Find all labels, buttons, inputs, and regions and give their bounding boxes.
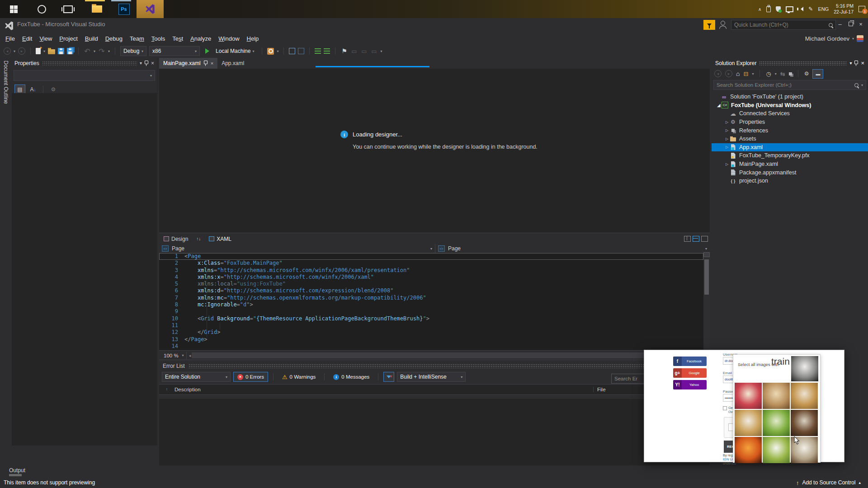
vertical-split-icon[interactable] bbox=[684, 236, 691, 242]
solution-explorer-search-input[interactable]: Search Solution Explorer (Ctrl+;) ▾ bbox=[713, 80, 866, 90]
menu-window[interactable]: Window bbox=[215, 35, 243, 42]
platform-dropdown[interactable]: x86▾ bbox=[149, 46, 200, 56]
captcha-image-pancakes-plate[interactable] bbox=[791, 383, 818, 409]
code-line-4[interactable]: 4 xmlns:x="http://schemas.microsoft.com/… bbox=[159, 274, 703, 281]
code-line-14[interactable]: 14 bbox=[159, 343, 703, 350]
network-icon[interactable] bbox=[786, 6, 793, 12]
visual-studio-button[interactable] bbox=[137, 0, 164, 18]
photoshop-button[interactable]: Ps bbox=[111, 0, 137, 18]
feedback-button[interactable] bbox=[703, 20, 715, 30]
menu-project[interactable]: Project bbox=[56, 35, 81, 42]
collapsed-icon[interactable]: ▷ bbox=[724, 137, 730, 141]
add-to-source-control-button[interactable]: ↑ Add to Source Control ▴ bbox=[796, 479, 861, 486]
tab-xaml[interactable]: XAML bbox=[204, 233, 236, 244]
bookmark-prev-icon[interactable]: ▭ bbox=[370, 47, 377, 55]
horizontal-scrollbar[interactable] bbox=[192, 352, 680, 358]
task-view-button[interactable] bbox=[55, 0, 80, 18]
scroll-left-icon[interactable]: ◂ bbox=[189, 353, 191, 358]
cortana-button[interactable] bbox=[29, 0, 54, 18]
tree-item-properties[interactable]: ▷⚙Properties bbox=[712, 118, 868, 127]
tree-item-app-xaml[interactable]: ▷App.xaml bbox=[712, 143, 868, 152]
redo-icon[interactable]: ↷ bbox=[98, 47, 105, 55]
volume-icon[interactable] bbox=[798, 7, 803, 11]
captcha-image-glowing-basket[interactable] bbox=[735, 437, 762, 463]
menu-debug[interactable]: Debug bbox=[102, 35, 126, 42]
alphabetical-sort-icon[interactable]: A↓ bbox=[28, 85, 38, 94]
collapse-pane-icon[interactable] bbox=[701, 236, 708, 242]
tree-item-package-appxmanifest[interactable]: Package.appxmanifest bbox=[712, 168, 868, 177]
code-line-5[interactable]: 5 xmlns:local="using:FoxTube" bbox=[159, 281, 703, 287]
find-in-files-icon[interactable] bbox=[267, 48, 274, 55]
tree-item-mainpage-xaml[interactable]: ▷MainPage.xaml bbox=[712, 160, 868, 169]
menu-tools[interactable]: Tools bbox=[148, 35, 169, 42]
captcha-image-coffee-beans[interactable] bbox=[791, 410, 818, 436]
tree-item-connected-services[interactable]: ☁Connected Services bbox=[712, 109, 868, 118]
preview-selected-items-icon[interactable] bbox=[789, 72, 792, 75]
clock[interactable]: 5:16 PM 22-Jul-17 bbox=[834, 3, 854, 15]
home-icon[interactable]: ⌂ bbox=[736, 70, 740, 77]
tree-item-foxtube-universal-windows-[interactable]: ◢C#FoxTube (Universal Windows) bbox=[712, 101, 868, 110]
back-icon[interactable]: ◂ bbox=[714, 70, 722, 77]
undo-icon[interactable]: ↶ bbox=[84, 47, 91, 55]
language-indicator[interactable]: ENG bbox=[818, 6, 829, 12]
property-pages-icon[interactable]: ⚙ bbox=[48, 85, 58, 94]
comment-icon[interactable]: ▭ bbox=[350, 47, 358, 55]
restore-button[interactable] bbox=[846, 19, 855, 29]
minimize-button[interactable]: – bbox=[835, 19, 844, 29]
increase-indent-icon[interactable] bbox=[324, 48, 330, 54]
start-button[interactable] bbox=[1, 0, 26, 18]
error-scope-dropdown[interactable]: Entire Solution▾ bbox=[162, 372, 231, 382]
navigate-back-icon[interactable]: ◂ bbox=[4, 47, 11, 55]
tab-output[interactable]: Output bbox=[9, 467, 25, 474]
pin-icon[interactable] bbox=[145, 61, 148, 64]
bookmark-icon[interactable]: ⚑ bbox=[340, 47, 348, 55]
quick-launch-input[interactable]: Quick Launch (Ctrl+Q) bbox=[731, 20, 836, 30]
sign-in-icon[interactable] bbox=[719, 21, 727, 28]
menu-help[interactable]: Help bbox=[243, 35, 263, 42]
show-all-files-icon[interactable]: ▬ bbox=[812, 69, 823, 79]
horizontal-split-icon[interactable] bbox=[693, 236, 699, 242]
collapsed-icon[interactable]: ▷ bbox=[724, 145, 730, 149]
code-line-2[interactable]: 2 x:Class="FoxTube.MainPage" bbox=[159, 260, 703, 267]
usb-icon[interactable] bbox=[766, 6, 771, 12]
configuration-dropdown[interactable]: Debug▾ bbox=[120, 46, 146, 56]
tree-item-assets[interactable]: ▷Assets bbox=[712, 135, 868, 143]
code-line-1[interactable]: 1<Page bbox=[159, 253, 703, 260]
solution-explorer-header[interactable]: Solution Explorer ▾ × bbox=[712, 58, 868, 68]
breadcrumb-right[interactable]: <> Page ▾ bbox=[435, 244, 710, 253]
newsletter-checkbox[interactable] bbox=[723, 406, 727, 410]
code-line-6[interactable]: 6 xmlns:d="http://schemas.microsoft.com/… bbox=[159, 287, 703, 294]
menu-view[interactable]: View bbox=[36, 35, 56, 42]
error-list-column-headers[interactable]: ᵎ Description File bbox=[159, 384, 710, 395]
captcha-image-dessert-glass[interactable] bbox=[763, 383, 790, 409]
warnings-filter-button[interactable]: ⚠ 0 Warnings bbox=[278, 372, 319, 382]
code-line-10[interactable]: 10 <Grid Background="{ThemeResource Appl… bbox=[159, 315, 703, 322]
code-line-9[interactable]: 9 bbox=[159, 308, 703, 315]
tree-item-foxtube-temporarykey-pfx[interactable]: FoxTube_TemporaryKey.pfx bbox=[712, 151, 868, 160]
yahoo-login-button[interactable]: Y!Yahoo bbox=[673, 380, 707, 389]
document-tab-app.xaml[interactable]: App.xaml bbox=[217, 58, 248, 69]
expanded-icon[interactable]: ◢ bbox=[716, 103, 722, 108]
forward-icon[interactable]: ▸ bbox=[725, 70, 732, 77]
xaml-code-editor[interactable]: 1<Page2 x:Class="FoxTube.MainPage"3 xmln… bbox=[159, 253, 703, 350]
breadcrumb-left[interactable]: <> Page ▾ bbox=[159, 244, 435, 253]
pin-icon[interactable] bbox=[854, 61, 858, 64]
scrollbar-thumb[interactable] bbox=[704, 259, 709, 295]
editor-split-handle[interactable] bbox=[703, 252, 710, 257]
google-login-button[interactable]: g+Google bbox=[673, 368, 707, 378]
tree-item-solution-foxtube-1-project-[interactable]: ∞Solution 'FoxTube' (1 project) bbox=[712, 93, 868, 101]
pen-icon[interactable]: ✎ bbox=[808, 6, 813, 12]
close-button[interactable]: × bbox=[856, 19, 865, 29]
tray-expand-icon[interactable]: ∧ bbox=[758, 7, 761, 12]
pending-changes-filter-icon[interactable]: ◷ bbox=[766, 70, 771, 77]
menu-test[interactable]: Test bbox=[169, 35, 187, 42]
tree-item-references[interactable]: ▷References bbox=[712, 126, 868, 135]
error-source-dropdown[interactable]: Build + IntelliSense▾ bbox=[397, 372, 466, 382]
menu-file[interactable]: File bbox=[2, 35, 19, 42]
navigate-forward-doc-icon[interactable] bbox=[298, 48, 304, 54]
code-line-13[interactable]: 13</Page> bbox=[159, 336, 703, 343]
code-line-11[interactable]: 11 bbox=[159, 322, 703, 329]
tree-item-project-json[interactable]: { }project.json bbox=[712, 177, 868, 185]
messages-filter-button[interactable]: i 0 Messages bbox=[330, 372, 373, 382]
code-line-8[interactable]: 8 mc:Ignorable="d"> bbox=[159, 301, 703, 308]
